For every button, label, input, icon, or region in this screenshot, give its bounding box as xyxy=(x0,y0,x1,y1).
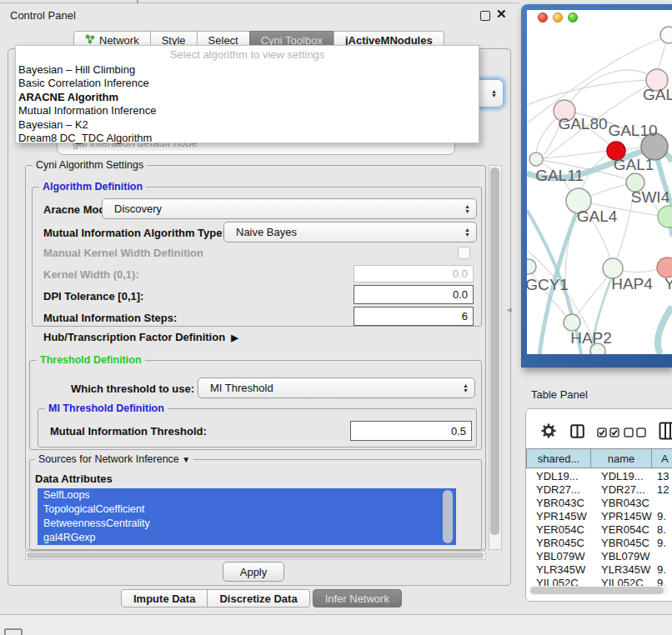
node-swi4[interactable] xyxy=(658,206,672,228)
node-label-hap2: HAP2 xyxy=(570,329,612,347)
bottom-strip xyxy=(0,614,672,635)
table-cell[interactable]: YBL079W xyxy=(527,550,592,563)
table-cell[interactable]: YER054C xyxy=(527,523,592,537)
split-columns-icon[interactable] xyxy=(570,424,584,442)
table-cell[interactable]: YPR145W xyxy=(527,510,592,523)
column-header-name[interactable]: name xyxy=(590,448,652,468)
table-header-row: shared...nameA xyxy=(527,448,672,468)
table-cell[interactable]: 13 xyxy=(654,470,672,483)
unchecked-checkbox-icon[interactable] xyxy=(624,426,634,441)
table-row[interactable]: YBL079WYBL079W xyxy=(527,550,672,563)
sources-legend[interactable]: Sources for Network Inference ▼ xyxy=(35,453,193,465)
table-cell[interactable] xyxy=(654,497,672,510)
table-cell[interactable]: YDR27... xyxy=(592,483,654,497)
column-header-a[interactable]: A xyxy=(651,448,672,468)
table-hscrollbar-thumb[interactable] xyxy=(530,587,664,594)
attribute-gal4rgexp[interactable]: gal4RGexp xyxy=(38,531,456,545)
network-canvas[interactable]: GALGAL80GAL10GAL11GAL1SWI4GAL4GCY1HAP4YH… xyxy=(527,10,672,354)
column-header-shared[interactable]: shared... xyxy=(526,448,591,468)
table-row[interactable]: YBR045CYBR045C9. xyxy=(527,537,672,550)
table-row[interactable]: YDR27...YDR27...12 xyxy=(527,483,672,497)
attribute-selfloops[interactable]: SelfLoops xyxy=(38,488,456,502)
expanded-arrow-icon: ▼ xyxy=(182,455,190,464)
table-columns-icon[interactable] xyxy=(659,422,672,443)
apply-button[interactable]: Apply xyxy=(223,562,284,582)
mi-threshold-field[interactable]: 0.5 xyxy=(350,421,472,441)
algorithm-option-bayesian-hill-climbing[interactable]: Bayesian – Hill Climbing xyxy=(16,63,479,77)
table-row[interactable]: YPR145WYPR145W9. xyxy=(527,510,672,523)
table-cell[interactable]: YBR043C xyxy=(592,497,654,510)
algorithm-option-aracne-algorithm[interactable]: ARACNE Algorithm xyxy=(16,91,479,104)
algorithm-option-bayesian-k2[interactable]: Bayesian – K2 xyxy=(16,118,479,132)
which-threshold-select[interactable]: MI Threshold ▲▼ xyxy=(198,378,475,398)
attributes-scrollbar-thumb[interactable] xyxy=(443,490,453,543)
table-cell[interactable]: YDL19... xyxy=(592,470,654,483)
node-top-open[interactable] xyxy=(660,27,672,43)
mi-threshold-definition-legend: MI Threshold Definition xyxy=(45,402,168,414)
table-cell[interactable]: YBR043C xyxy=(527,497,592,510)
kernel-width-field[interactable]: 0.0 xyxy=(354,265,474,282)
tab-infer-network[interactable]: Infer Network xyxy=(313,589,402,608)
table-cell[interactable]: 9. xyxy=(654,537,672,550)
table-row[interactable]: YBR043CYBR043C xyxy=(527,497,672,510)
algorithm-option-dream8-dc-tdc-algorithm[interactable]: Dream8 DC_TDC Algorithm xyxy=(16,132,479,145)
network-edge xyxy=(536,151,607,159)
mi-steps-label: Mutual Information Steps: xyxy=(43,312,177,324)
bottom-left-panel-icon[interactable] xyxy=(4,628,23,635)
checked-checkbox-icon[interactable] xyxy=(597,426,607,441)
network-edge-highlighted xyxy=(658,307,672,354)
hub-definition-toggle[interactable]: Hub/Transcription Factor Definition ▶ xyxy=(43,331,238,343)
mi-steps-field[interactable]: 6 xyxy=(354,307,474,326)
algorithm-option-basic-correlation-inference[interactable]: Basic Correlation Inference xyxy=(16,77,479,90)
table-cell[interactable]: YPR145W xyxy=(592,510,654,523)
settings-gear-icon[interactable] xyxy=(541,423,556,442)
table-cell[interactable]: 9. xyxy=(654,563,672,577)
manual-kernel-checkbox[interactable] xyxy=(458,247,470,259)
node-label-gcy1: GCY1 xyxy=(527,276,569,293)
table-row[interactable]: YDL19...YDL19...13 xyxy=(527,470,672,483)
node-gcy1[interactable] xyxy=(527,259,536,274)
mi-algorithm-type-select[interactable]: Naive Bayes ▲▼ xyxy=(223,222,477,242)
checked-checkbox-icon[interactable] xyxy=(609,426,619,441)
application-root: Control Panel ✕ NetworkStyleSelectCyni T… xyxy=(0,0,672,635)
table-cell[interactable]: YLR345W xyxy=(527,563,592,577)
table-row[interactable]: YER054CYER054C8. xyxy=(527,523,672,537)
settings-group-legend: Cyni Algorithm Settings xyxy=(33,159,147,171)
splitter-collapse-icon[interactable]: ◂ xyxy=(507,304,512,315)
attribute-betweennesscentrality[interactable]: BetweennessCentrality xyxy=(38,517,456,531)
table-cell[interactable]: 12 xyxy=(654,483,672,497)
node-gal11[interactable] xyxy=(529,152,543,166)
bottom-tabbar: Impute DataDiscretize DataInfer Network xyxy=(121,589,402,608)
algorithm-dropdown[interactable]: Select algorithm to view settings Bayesi… xyxy=(15,45,479,143)
dpi-tolerance-field[interactable]: 0.0 xyxy=(354,285,474,304)
tab-discretize-data[interactable]: Discretize Data xyxy=(207,589,309,608)
table-cell[interactable]: YBR045C xyxy=(527,537,592,550)
table-cell[interactable]: YLR345W xyxy=(592,563,654,577)
table-cell[interactable]: 8. xyxy=(654,523,672,537)
node-label-hap4: HAP4 xyxy=(611,275,653,292)
dpi-tolerance-label: DPI Tolerance [0,1]: xyxy=(43,290,143,302)
table-row[interactable]: YLR345WYLR345W9. xyxy=(527,563,672,577)
settings-vscrollbar-thumb[interactable] xyxy=(490,168,499,535)
aracne-mode-select[interactable]: Discovery ▲▼ xyxy=(102,198,477,219)
table-cell[interactable]: YER054C xyxy=(592,523,654,537)
table-cell[interactable]: 9. xyxy=(654,510,672,523)
settings-hscrollbar-thumb[interactable] xyxy=(27,552,484,558)
close-icon[interactable]: ✕ xyxy=(496,7,507,22)
float-window-icon[interactable] xyxy=(480,11,490,21)
stepper-icon: ▲▼ xyxy=(464,204,476,213)
attribute-topologicalcoefficient[interactable]: TopologicalCoefficient xyxy=(38,502,456,517)
table-cell[interactable] xyxy=(654,550,672,563)
tab-impute-data[interactable]: Impute Data xyxy=(121,589,208,608)
table-cell[interactable]: YDR27... xyxy=(527,483,592,497)
unchecked-checkbox-icon[interactable] xyxy=(636,426,646,441)
algorithm-option-mutual-information-inference[interactable]: Mutual Information Inference xyxy=(16,104,479,118)
network-window[interactable]: GALGAL80GAL10GAL11GAL1SWI4GAL4GCY1HAP4YH… xyxy=(521,4,672,368)
node-label-gal1: GAL1 xyxy=(614,156,654,173)
table-cell[interactable]: YBL079W xyxy=(592,550,654,563)
node-hap2[interactable] xyxy=(564,314,580,331)
which-threshold-label: Which threshold to use: xyxy=(71,382,194,395)
table-cell[interactable]: YDL19... xyxy=(527,470,592,483)
node-label-y: Y xyxy=(664,275,672,292)
table-cell[interactable]: YBR045C xyxy=(592,537,654,550)
